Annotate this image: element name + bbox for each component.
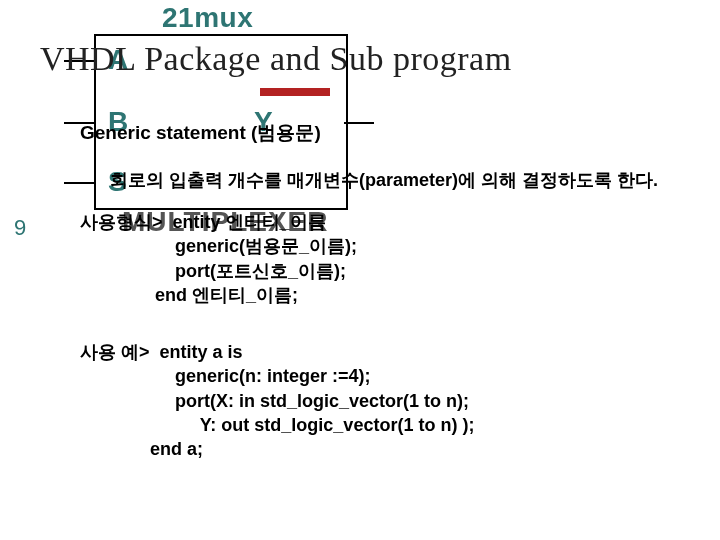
- slide: 21mux A B S Y 9 MULTIPLEXER VHDL Package…: [0, 0, 720, 540]
- section-heading: Generic statement (범용문): [80, 120, 321, 146]
- example-block: 사용 예> entity a is generic(n: integer :=4…: [80, 340, 474, 461]
- page-title: VHDL Package and Sub program: [40, 40, 512, 78]
- schematic-lead-y: [344, 122, 374, 124]
- description-text: 회로의 입출력 개수를 매개변수(parameter)에 의해 결정하도록 한다…: [110, 168, 658, 192]
- title-underline: [260, 88, 330, 96]
- usage-format-block: 사용형식> entity 엔티티_이름 generic(범용문_이름); por…: [80, 210, 357, 307]
- schematic-lead-s: [64, 182, 94, 184]
- schematic-title: 21mux: [162, 2, 253, 34]
- schematic-side-number: 9: [14, 215, 26, 241]
